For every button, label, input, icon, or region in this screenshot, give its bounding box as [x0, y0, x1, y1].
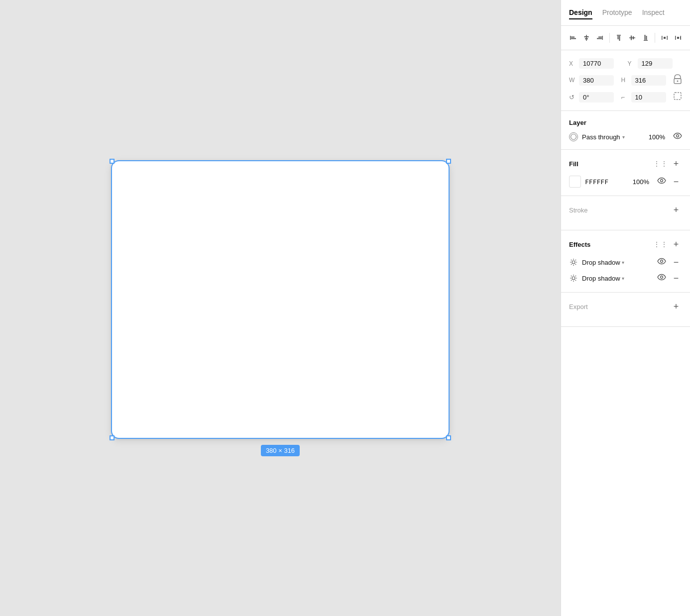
svg-rect-23	[677, 37, 679, 39]
h-pair: H 316	[621, 75, 670, 86]
y-label: Y	[628, 60, 635, 67]
align-center-h-button[interactable]	[581, 31, 592, 45]
svg-rect-4	[584, 36, 589, 37]
handle-bottom-right[interactable]	[446, 435, 451, 440]
svg-rect-10	[618, 36, 619, 39]
fill-visibility-button[interactable]	[657, 177, 666, 186]
effect-label-1: Drop shadow	[582, 259, 620, 266]
add-fill-button[interactable]: +	[670, 158, 682, 170]
fill-options-icon[interactable]: ⋮⋮	[653, 160, 668, 168]
handle-bottom-left[interactable]	[110, 435, 115, 440]
canvas-area: 380 × 316	[0, 0, 561, 616]
rotation-input[interactable]: 0°	[579, 92, 614, 103]
align-separator-1	[609, 33, 610, 43]
svg-line-38	[575, 260, 576, 260]
x-pair: X 10770	[569, 58, 624, 69]
right-panel: Design Prototype Inspect	[561, 0, 690, 616]
y-input[interactable]: 129	[638, 58, 673, 69]
fill-color-swatch[interactable]	[569, 176, 581, 188]
effect-visibility-1[interactable]	[657, 258, 666, 267]
svg-line-37	[575, 264, 576, 265]
svg-rect-15	[644, 40, 648, 41]
canvas-frame[interactable]	[111, 160, 450, 439]
align-left-button[interactable]	[568, 31, 578, 45]
w-pair: W 380	[569, 75, 617, 86]
blend-mode-selector[interactable]: Pass through ▾	[582, 133, 625, 141]
corner-icon: ⌐	[621, 94, 628, 101]
y-pair: Y 129	[628, 58, 683, 69]
svg-rect-3	[586, 35, 587, 41]
w-label: W	[569, 77, 576, 84]
fill-section: Fill ⋮⋮ + FFFFFF 100% −	[561, 150, 690, 196]
effect-name-2[interactable]: Drop shadow ▾	[582, 275, 649, 282]
rotation-corner-row: ↺ 0° ⌐ 10	[569, 92, 682, 103]
dimension-badge: 380 × 316	[261, 445, 300, 456]
layer-visibility-button[interactable]	[673, 132, 682, 141]
remove-effect-1[interactable]: −	[670, 256, 682, 268]
add-stroke-button[interactable]: +	[670, 204, 682, 216]
tabs-bar: Design Prototype Inspect	[561, 0, 690, 26]
tab-inspect[interactable]: Inspect	[642, 6, 665, 19]
effects-section-header: Effects ⋮⋮ +	[569, 238, 682, 250]
x-input[interactable]: 10770	[579, 58, 614, 69]
svg-line-48	[575, 276, 576, 276]
svg-point-29	[677, 135, 679, 137]
svg-rect-18	[662, 36, 663, 40]
h-label: H	[621, 77, 628, 84]
tab-design[interactable]: Design	[569, 6, 592, 19]
opacity-value[interactable]: 100%	[649, 133, 665, 141]
geometry-section: X 10770 Y 129 W 380 H 316	[561, 50, 690, 111]
svg-rect-7	[598, 37, 602, 38]
add-effect-button[interactable]: +	[670, 238, 682, 250]
svg-point-30	[661, 180, 663, 182]
distribute-button[interactable]	[659, 31, 670, 45]
align-bottom-button[interactable]	[640, 31, 651, 45]
svg-rect-6	[602, 36, 603, 40]
align-right-button[interactable]	[595, 31, 605, 45]
handle-top-left[interactable]	[110, 159, 115, 164]
w-input[interactable]: 380	[579, 75, 614, 86]
effects-title: Effects	[569, 241, 653, 248]
align-separator-2	[655, 33, 655, 43]
svg-point-41	[572, 277, 575, 280]
effect-row-2: Drop shadow ▾ −	[569, 272, 682, 284]
svg-rect-27	[674, 93, 681, 100]
svg-rect-2	[571, 38, 576, 39]
svg-rect-1	[571, 37, 575, 38]
effect-visibility-2[interactable]	[657, 274, 666, 283]
handle-top-right[interactable]	[446, 159, 451, 164]
effect-name-1[interactable]: Drop shadow ▾	[582, 259, 649, 266]
effects-options-icon[interactable]: ⋮⋮	[653, 240, 668, 248]
add-export-button[interactable]: +	[670, 301, 682, 312]
svg-line-49	[571, 280, 572, 281]
blend-mode-chevron: ▾	[622, 134, 625, 140]
layer-section: Layer Pass through ▾ 100%	[561, 111, 690, 150]
svg-rect-11	[619, 36, 620, 41]
tab-prototype[interactable]: Prototype	[602, 6, 632, 19]
fill-title: Fill	[569, 160, 653, 168]
export-title: Export	[569, 303, 670, 310]
layer-row: Pass through ▾ 100%	[569, 132, 682, 141]
svg-rect-9	[617, 35, 621, 36]
fill-hex-value[interactable]: FFFFFF	[585, 178, 629, 186]
fill-opacity-value[interactable]: 100%	[633, 178, 649, 186]
svg-point-28	[571, 134, 576, 140]
align-middle-v-button[interactable]	[627, 31, 638, 45]
remove-fill-button[interactable]: −	[670, 176, 682, 188]
remove-effect-2[interactable]: −	[670, 272, 682, 284]
h-input[interactable]: 316	[631, 75, 666, 86]
constraint-icon[interactable]	[673, 74, 682, 87]
more-align-button[interactable]	[673, 31, 683, 45]
svg-point-50	[661, 276, 663, 279]
svg-rect-20	[664, 37, 666, 39]
effects-section: Effects ⋮⋮ + Drop shadow	[561, 230, 690, 293]
corner-input[interactable]: 10	[631, 92, 666, 103]
fill-section-header: Fill ⋮⋮ +	[569, 158, 682, 170]
clip-content-icon[interactable]	[673, 92, 682, 103]
align-top-button[interactable]	[614, 31, 624, 45]
stroke-title: Stroke	[569, 206, 670, 214]
blend-mode-label: Pass through	[582, 133, 620, 141]
effect-sun-icon-1	[569, 258, 578, 267]
svg-rect-19	[667, 36, 668, 40]
svg-rect-5	[585, 38, 588, 39]
